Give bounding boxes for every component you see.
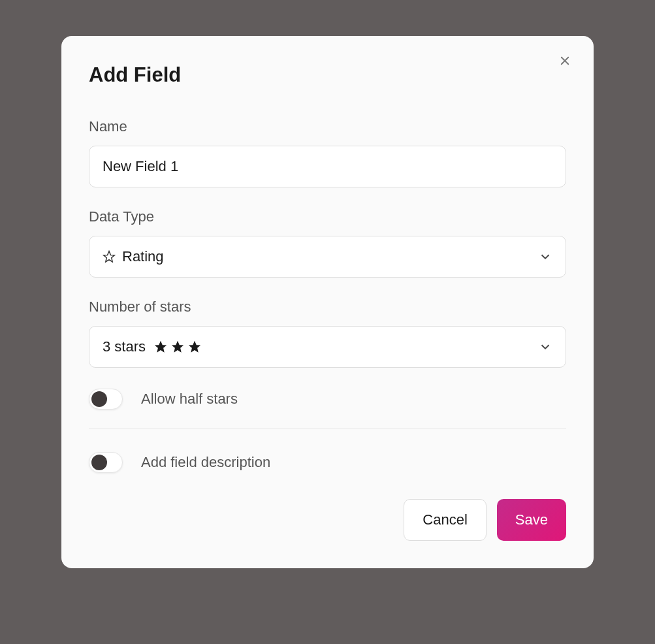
close-icon [559,55,571,69]
datatype-value: Rating [122,248,538,265]
add-field-modal: Add Field Name Data Type Rating Number o… [61,36,594,568]
save-button[interactable]: Save [497,499,566,541]
star-outline-icon [103,250,116,263]
toggle-knob [91,391,107,407]
allow-half-stars-label: Allow half stars [141,391,238,408]
stars-select[interactable]: 3 stars [89,326,566,368]
chevron-down-icon [538,340,552,354]
chevron-down-icon [538,250,552,264]
svg-marker-4 [172,341,184,353]
name-field-group: Name [89,118,566,187]
stars-value: 3 stars [103,338,538,355]
stars-field-group: Number of stars 3 stars [89,298,566,368]
stars-value-text: 3 stars [103,338,146,355]
modal-title: Add Field [89,63,566,87]
close-button[interactable] [557,54,573,70]
allow-half-stars-row: Allow half stars [89,389,566,410]
allow-half-stars-toggle[interactable] [89,389,123,410]
divider [89,428,566,428]
star-filled-icon [170,340,185,354]
stars-label: Number of stars [89,298,566,315]
name-input[interactable] [89,146,566,187]
svg-marker-5 [189,341,200,353]
toggle-knob [91,455,107,470]
name-label: Name [89,118,566,135]
datatype-select[interactable]: Rating [89,236,566,278]
svg-marker-2 [104,251,115,262]
add-description-row: Add field description [89,452,566,473]
svg-marker-3 [155,341,167,353]
star-preview [153,340,202,354]
star-filled-icon [153,340,168,354]
cancel-button[interactable]: Cancel [404,499,486,541]
add-description-label: Add field description [141,454,270,471]
star-filled-icon [187,340,202,354]
button-row: Cancel Save [89,499,566,541]
add-description-toggle[interactable] [89,452,123,473]
datatype-field-group: Data Type Rating [89,208,566,278]
datatype-label: Data Type [89,208,566,225]
